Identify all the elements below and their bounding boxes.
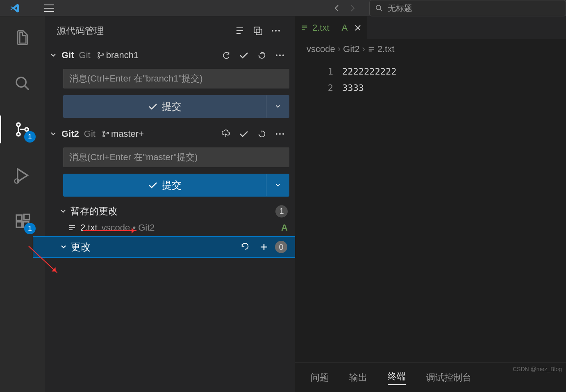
nav-fwd-icon[interactable] (348, 4, 357, 12)
breadcrumb[interactable]: vscode › Git2 › 2.txt (295, 39, 566, 59)
commit-dropdown[interactable] (266, 95, 289, 118)
file-status-badge: A (281, 222, 288, 233)
activity-scm[interactable]: 1 (12, 119, 33, 140)
chevron-down-icon (59, 207, 67, 215)
view-as-list-icon[interactable] (232, 23, 248, 39)
svg-point-20 (282, 54, 284, 56)
activity-explorer[interactable] (12, 27, 33, 48)
svg-rect-6 (16, 215, 22, 220)
svg-point-18 (276, 54, 277, 56)
svg-point-13 (275, 30, 277, 32)
changes-section[interactable]: 更改 0 (33, 236, 295, 258)
svg-point-0 (376, 5, 381, 10)
repo-name: Git2 (61, 129, 79, 139)
staged-count: 1 (275, 205, 288, 218)
branch-button[interactable]: branch1 (97, 50, 139, 61)
branch-button[interactable]: master+ (102, 129, 144, 139)
sidebar-title: 源代码管理 (57, 25, 104, 37)
commit-dropdown[interactable] (266, 174, 289, 196)
repo-header-git2[interactable]: Git2 Git master+ (45, 124, 295, 144)
staged-section[interactable]: 暂存的更改 1 (45, 202, 295, 220)
line-gutter: 1 2 (295, 59, 342, 363)
activity-debug[interactable] (12, 165, 33, 186)
sync-icon[interactable] (218, 48, 234, 63)
svg-point-14 (278, 30, 280, 32)
commit-button[interactable]: 提交 (63, 95, 289, 118)
publish-icon[interactable] (218, 126, 234, 142)
panel-tab-output[interactable]: 输出 (349, 372, 367, 384)
commit-check-icon[interactable] (236, 48, 252, 63)
staged-file-row[interactable]: 2.txt vscode • Git2 A (45, 220, 295, 236)
file-path: vscode • Git2 (102, 222, 155, 233)
file-icon (301, 24, 308, 32)
menu-icon[interactable] (44, 5, 54, 12)
svg-rect-7 (16, 222, 22, 227)
refresh-icon[interactable] (254, 48, 270, 63)
commit-message-input[interactable]: 消息(Ctrl+Enter 在"master"提交) (63, 147, 289, 167)
activity-search[interactable] (12, 73, 33, 94)
svg-point-25 (279, 133, 281, 135)
commit-message-input[interactable]: 消息(Ctrl+Enter 在"branch1"提交) (63, 69, 289, 88)
panel-tab-terminal[interactable]: 终端 (388, 370, 406, 385)
code-content[interactable]: 2222222222 3333 (342, 59, 566, 363)
commit-check-icon[interactable] (236, 126, 252, 142)
activity-extensions[interactable]: 1 (12, 211, 33, 232)
chevron-down-icon (49, 130, 57, 138)
more-icon[interactable] (272, 126, 288, 142)
staged-title: 暂存的更改 (70, 205, 118, 218)
tab-filename: 2.txt (312, 23, 330, 33)
vscode-logo-icon (10, 3, 20, 13)
chevron-down-icon (59, 243, 68, 251)
watermark: CSDN @mez_Blog (513, 366, 562, 372)
svg-point-23 (107, 132, 109, 134)
repo-header-git[interactable]: Git Git branch1 (45, 45, 295, 66)
changes-title: 更改 (71, 240, 91, 254)
repo-type: Git (79, 50, 91, 61)
changes-count: 0 (275, 241, 287, 253)
svg-point-15 (98, 52, 100, 54)
view-tree-icon[interactable] (250, 23, 266, 39)
ext-badge: 1 (24, 223, 36, 234)
svg-rect-10 (254, 27, 260, 33)
command-center-input[interactable]: 无标题 (369, 0, 566, 16)
svg-point-22 (103, 135, 105, 137)
svg-point-26 (282, 133, 284, 135)
file-icon (68, 224, 76, 232)
svg-point-21 (103, 131, 105, 133)
svg-point-16 (98, 57, 100, 58)
discard-all-icon[interactable] (237, 239, 253, 255)
scm-badge: 1 (24, 131, 36, 143)
svg-point-17 (102, 54, 104, 55)
file-icon (368, 45, 375, 53)
repo-type: Git (84, 129, 95, 139)
more-icon[interactable] (272, 48, 288, 63)
svg-rect-9 (24, 214, 29, 220)
editor-body[interactable]: 1 2 2222222222 3333 (295, 59, 566, 363)
panel-tab-problems[interactable]: 问题 (311, 372, 329, 384)
more-icon[interactable] (268, 23, 284, 39)
svg-point-1 (16, 77, 26, 87)
svg-point-2 (17, 123, 20, 126)
svg-point-12 (272, 30, 273, 32)
repo-name: Git (61, 50, 74, 61)
svg-point-4 (25, 128, 28, 131)
svg-rect-11 (256, 29, 262, 35)
refresh-icon[interactable] (254, 126, 270, 142)
chevron-down-icon (49, 51, 57, 59)
svg-point-19 (279, 54, 281, 56)
close-tab-icon[interactable] (354, 24, 361, 32)
tab-status-badge: A (342, 23, 348, 33)
stage-all-icon[interactable] (256, 239, 272, 255)
panel-tab-debugconsole[interactable]: 调试控制台 (426, 372, 471, 384)
svg-point-24 (276, 133, 277, 135)
command-center-placeholder: 无标题 (388, 3, 412, 14)
nav-back-icon[interactable] (333, 4, 341, 12)
file-name: 2.txt (80, 222, 98, 233)
editor-tab[interactable]: 2.txt A (295, 16, 368, 39)
svg-point-3 (17, 133, 20, 136)
commit-button[interactable]: 提交 (63, 174, 289, 197)
